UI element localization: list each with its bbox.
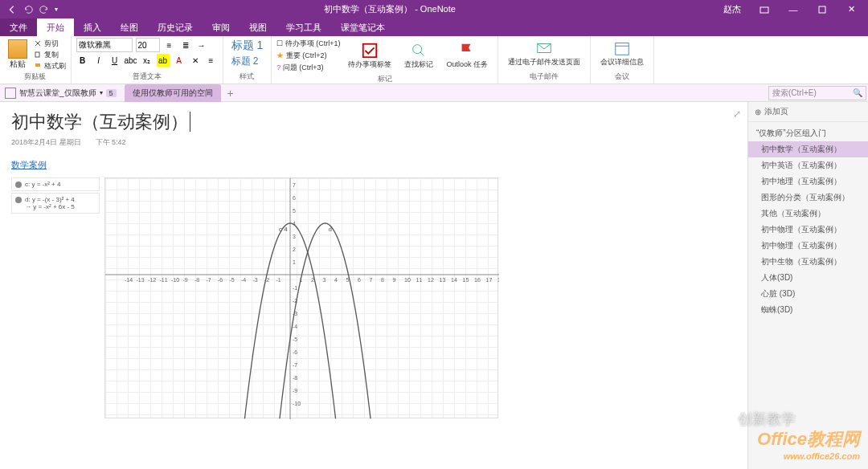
- page-list-item[interactable]: 其他（互动案例）: [748, 206, 868, 222]
- tab-draw[interactable]: 绘图: [111, 18, 148, 36]
- add-section-button[interactable]: +: [221, 87, 240, 100]
- ribbon-tabs: 文件 开始 插入 绘图 历史记录 审阅 视图 学习工具 课堂笔记本: [0, 18, 868, 36]
- subscript-button[interactable]: x₂: [141, 54, 154, 67]
- svg-text:-6: -6: [293, 349, 297, 355]
- svg-text:15: 15: [463, 277, 469, 283]
- tab-home[interactable]: 开始: [37, 18, 74, 36]
- back-icon[interactable]: [6, 4, 18, 15]
- email-page-button[interactable]: 通过电子邮件发送页面: [503, 38, 585, 69]
- svg-text:3: 3: [323, 277, 326, 283]
- page-list-item[interactable]: 初中物理（互动案例）: [748, 238, 868, 254]
- list-numbers-icon[interactable]: ≣: [179, 39, 192, 51]
- page-list-item[interactable]: 初中地理（互动案例）: [748, 173, 868, 190]
- font-group-label: 普通文本: [76, 71, 218, 82]
- user-name[interactable]: 赵杰: [715, 3, 749, 15]
- svg-text:4: 4: [334, 277, 338, 283]
- align-button[interactable]: ≡: [205, 54, 218, 67]
- svg-text:12: 12: [428, 277, 434, 283]
- page-date: 2018年2月4日 星期日下午 5:42: [11, 137, 736, 148]
- equation-list: c: y = -x² + 4 d: y = -(x - 3)² + 4 → y …: [11, 177, 100, 418]
- page-title[interactable]: 初中数学（互动案例）: [11, 110, 736, 134]
- find-tags-button[interactable]: 查找标记: [399, 40, 438, 71]
- tab-file[interactable]: 文件: [0, 18, 37, 36]
- page-list-item[interactable]: 初中物理（互动案例）: [748, 222, 868, 238]
- page-list-item[interactable]: 初中数学（互动案例）: [748, 141, 868, 157]
- group-tags: ☐ 待办事项 (Ctrl+1) ★ 重要 (Ctrl+2) ? 问题 (Ctrl…: [272, 36, 498, 84]
- svg-rect-7: [616, 43, 629, 55]
- search-input[interactable]: 搜索(Ctrl+E) 🔍: [768, 86, 866, 100]
- svg-rect-0: [760, 7, 768, 13]
- section-bar: 智慧云课堂_仅限教师 ▾ 5 使用仅教师可用的空间 + 搜索(Ctrl+E) 🔍: [0, 84, 868, 102]
- font-size-select[interactable]: [136, 38, 160, 52]
- indent-icon[interactable]: →: [195, 39, 208, 51]
- equation-item[interactable]: d: y = -(x - 3)² + 4 → y = -x² + 6x - 5: [11, 193, 100, 214]
- case-link[interactable]: 数学案例: [11, 159, 47, 171]
- style-heading1[interactable]: 标题 1: [228, 38, 267, 54]
- qat-dropdown-icon[interactable]: ▾: [55, 6, 58, 13]
- page-list-item[interactable]: 初中生物（互动案例）: [748, 254, 868, 270]
- cut-button[interactable]: 剪切: [34, 39, 66, 49]
- font-name-select[interactable]: [76, 38, 133, 52]
- paste-button[interactable]: 粘贴: [5, 38, 31, 71]
- italic-button[interactable]: I: [92, 54, 105, 67]
- strike-button[interactable]: abc: [125, 54, 137, 67]
- svg-text:-7: -7: [293, 362, 297, 368]
- page-list-item[interactable]: 心脏 (3D): [748, 286, 868, 302]
- page-list-item[interactable]: 图形的分类（互动案例）: [748, 190, 868, 206]
- todo-tag-button[interactable]: 待办事项标签: [343, 40, 396, 71]
- page-list-item[interactable]: “仅教师”分区组入门: [748, 125, 868, 141]
- group-styles: 标题 1 标题 2 样式: [223, 36, 272, 84]
- clear-format-button[interactable]: ✕: [189, 54, 202, 67]
- minimize-icon[interactable]: —: [780, 0, 807, 18]
- page-list-item[interactable]: 初中英语（互动案例）: [748, 157, 868, 173]
- tab-insert[interactable]: 插入: [74, 18, 111, 36]
- svg-text:-4: -4: [241, 277, 246, 283]
- tab-review[interactable]: 审阅: [203, 18, 240, 36]
- tag-question[interactable]: ? 问题 (Ctrl+3): [276, 62, 340, 74]
- equation-item[interactable]: c: y = -x² + 4: [11, 177, 100, 191]
- tab-learning[interactable]: 学习工具: [276, 18, 331, 36]
- undo-icon[interactable]: [23, 4, 34, 15]
- svg-text:-12: -12: [148, 277, 156, 283]
- svg-text:-9: -9: [293, 388, 297, 394]
- underline-button[interactable]: U: [108, 54, 121, 67]
- tab-view[interactable]: 视图: [240, 18, 276, 36]
- flag-icon: [458, 42, 476, 59]
- tag-todo[interactable]: ☐ 待办事项 (Ctrl+1): [276, 38, 340, 50]
- svg-text:-10: -10: [293, 401, 301, 406]
- copy-button[interactable]: 复制: [34, 50, 66, 60]
- bold-button[interactable]: B: [76, 54, 89, 67]
- list-bullets-icon[interactable]: ≡: [163, 39, 176, 51]
- add-page-button[interactable]: ⊕ 添加页: [748, 102, 868, 122]
- watermark: Office教程网 www.office26.com: [757, 427, 860, 461]
- style-heading2[interactable]: 标题 2: [228, 54, 267, 69]
- page-list-item[interactable]: 人体(3D): [748, 270, 868, 286]
- watermark-top: 创新教学: [738, 410, 796, 429]
- plus-icon: ⊕: [755, 108, 761, 116]
- outlook-tasks-button[interactable]: Outlook 任务: [441, 40, 493, 71]
- page-content[interactable]: ⤢ 初中数学（互动案例） 2018年2月4日 星期日下午 5:42 数学案例 c…: [0, 102, 747, 469]
- highlight-button[interactable]: ab: [157, 54, 170, 67]
- tag-important[interactable]: ★ 重要 (Ctrl+2): [276, 50, 340, 62]
- maximize-icon[interactable]: [809, 0, 836, 18]
- expand-icon[interactable]: ⤢: [733, 108, 741, 120]
- graph-plot[interactable]: -14-13-12-11-10-9-8-7-6-5-4-3-2-11234567…: [104, 177, 498, 418]
- svg-text:-11: -11: [160, 277, 168, 283]
- ribbon-display-icon[interactable]: [751, 0, 778, 18]
- redo-icon[interactable]: [39, 4, 50, 15]
- page-list-item[interactable]: 蜘蛛(3D): [748, 302, 868, 318]
- close-icon[interactable]: ✕: [837, 0, 865, 18]
- format-painter-button[interactable]: 格式刷: [34, 61, 66, 71]
- section-tab[interactable]: 使用仅教师可用的空间: [125, 84, 221, 102]
- svg-text:10: 10: [404, 277, 411, 283]
- tab-history[interactable]: 历史记录: [148, 18, 203, 36]
- meeting-details-button[interactable]: 会议详细信息: [596, 38, 649, 69]
- svg-text:-3: -3: [253, 277, 258, 283]
- svg-text:14: 14: [451, 277, 457, 283]
- tab-classnb[interactable]: 课堂笔记本: [331, 18, 395, 36]
- notebook-nav[interactable]: 智慧云课堂_仅限教师 ▾ 5: [0, 88, 121, 99]
- font-color-button[interactable]: A: [173, 54, 186, 67]
- calendar-icon: [613, 39, 631, 57]
- bullet-icon: [15, 197, 22, 203]
- notebook-count: 5: [106, 89, 117, 97]
